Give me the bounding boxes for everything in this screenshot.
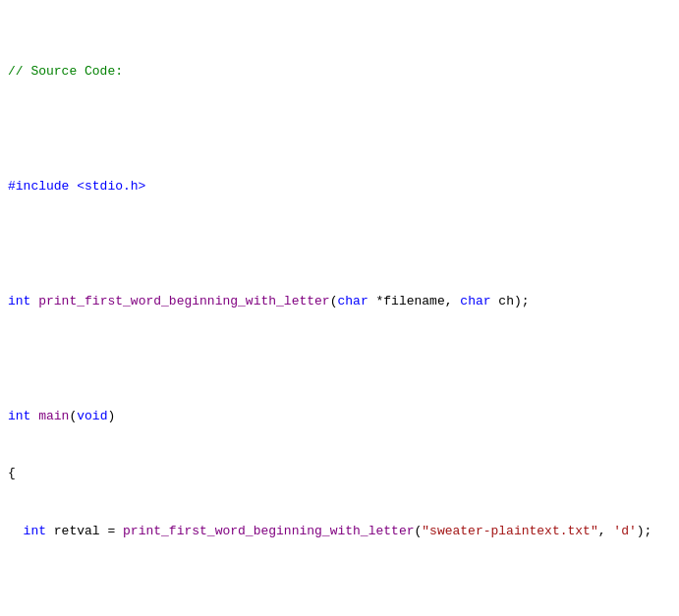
line-blank-3 xyxy=(8,349,671,368)
line-comment-source: // Source Code: xyxy=(8,62,671,82)
line-blank-1 xyxy=(8,119,671,139)
line-open-brace-main: { xyxy=(8,464,671,483)
line-function-decl: int print_first_word_beginning_with_lett… xyxy=(8,292,671,311)
line-blank-4 xyxy=(8,579,671,598)
line-main-decl: int main(void) xyxy=(8,407,671,426)
line-blank-2 xyxy=(8,234,671,253)
code-container: // Source Code: #include <stdio.h> int p… xyxy=(0,0,679,616)
line-retval-assign: int retval = print_first_word_beginning_… xyxy=(8,522,671,541)
line-include: #include <stdio.h> xyxy=(8,177,671,196)
